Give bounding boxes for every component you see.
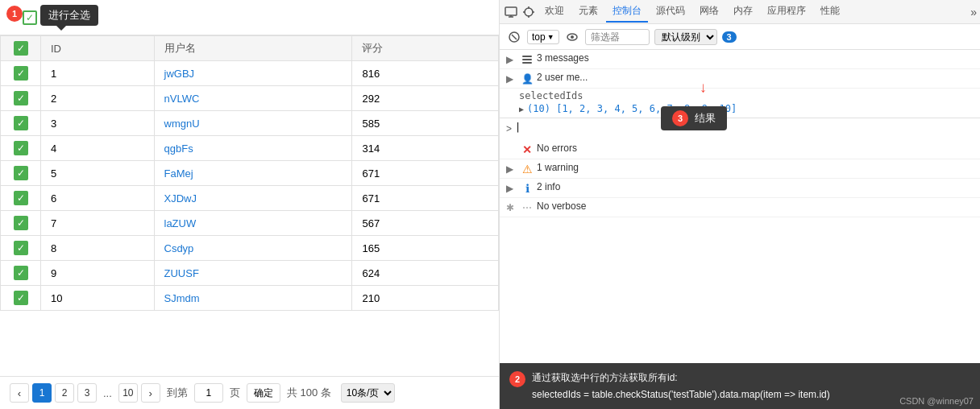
error-icon: ✕ (521, 143, 534, 156)
red-arrow-indicator: ↑ (700, 81, 707, 97)
row-checkbox[interactable]: ✓ (1, 161, 41, 186)
row-checkbox[interactable]: ✓ (1, 261, 41, 286)
console-row-warning[interactable]: ▶ ⚠ 1 warning (500, 159, 980, 179)
log-level-select[interactable]: 默认级别 (654, 29, 717, 45)
warning-icon: ⚠ (521, 163, 534, 176)
tab-performance[interactable]: 性能 (814, 1, 846, 23)
goto-input[interactable] (194, 383, 223, 403)
checkbox-checked[interactable]: ✓ (14, 166, 28, 180)
console-cursor[interactable]: | (515, 122, 521, 133)
filter-input[interactable] (585, 29, 650, 45)
console-row-info[interactable]: ▶ ℹ 2 info (500, 179, 980, 198)
table-row[interactable]: ✓ 1 jwGBJ 816 (1, 61, 499, 86)
ids-expand-arrow[interactable]: ▶ (519, 105, 524, 114)
expand-messages-icon[interactable]: ▶ (506, 54, 517, 65)
step2-circle: 2 (509, 371, 525, 387)
svg-rect-12 (522, 56, 532, 57)
context-selector-button[interactable]: top ▼ (527, 30, 559, 44)
tab-welcome[interactable]: 欢迎 (538, 1, 571, 23)
row-checkbox[interactable]: ✓ (1, 111, 41, 136)
cell-username: Csdyp (154, 236, 352, 261)
cell-id: 7 (41, 211, 155, 236)
context-label: top (532, 31, 546, 43)
page-btn-3[interactable]: 3 (77, 383, 97, 403)
page-btn-10[interactable]: 10 (118, 383, 138, 403)
table-row[interactable]: ✓ 3 wmgnU 585 (1, 111, 499, 136)
checkbox-checked[interactable]: ✓ (14, 216, 28, 230)
svg-rect-0 (505, 7, 517, 15)
cell-username: wmgnU (154, 111, 352, 136)
messages-text: 3 messages (537, 52, 974, 64)
table-row[interactable]: ✓ 10 SJmdm 210 (1, 286, 499, 311)
device-icon[interactable] (503, 4, 519, 20)
info-text: 2 info (537, 181, 974, 192)
row-checkbox[interactable]: ✓ (1, 186, 41, 211)
row-checkbox[interactable]: ✓ (1, 211, 41, 236)
console-row-verbose[interactable]: ✱ ⋯ No verbose (500, 198, 980, 217)
next-page-button[interactable]: › (141, 383, 160, 403)
left-panel: 1 进行全选 ✓ ✓ ID 用户名 评分 (0, 0, 500, 409)
col-header-checkbox: ✓ (1, 36, 41, 61)
table-row[interactable]: ✓ 7 laZUW 567 (1, 211, 499, 236)
selected-ids-expand[interactable]: ▶ (10) [1, 2, 3, 4, 5, 6, 7, 8, 9, 10] (519, 101, 974, 116)
checkbox-checked[interactable]: ✓ (14, 91, 28, 105)
page-btn-1[interactable]: 1 (32, 383, 52, 403)
tab-sources[interactable]: 源代码 (650, 1, 691, 23)
checkbox-checked[interactable]: ✓ (14, 141, 28, 155)
checkbox-checked[interactable]: ✓ (14, 241, 28, 255)
expand-user-icon[interactable]: ▶ (506, 73, 517, 85)
tab-console[interactable]: 控制台 (606, 1, 648, 23)
log-count-badge: 3 (722, 31, 737, 43)
cell-id: 10 (41, 286, 155, 311)
table-row[interactable]: ✓ 6 XJDwJ 671 (1, 186, 499, 211)
user-messages-text: 2 user me... (537, 72, 974, 83)
console-row-errors[interactable]: ▶ ✕ No errors (500, 140, 980, 159)
expand-verbose-icon: ✱ (506, 202, 517, 213)
tab-application[interactable]: 应用程序 (761, 1, 812, 23)
clear-console-icon[interactable] (506, 29, 522, 45)
prev-page-button[interactable]: ‹ (10, 383, 29, 403)
checkbox-checked[interactable]: ✓ (14, 191, 28, 205)
no-errors-text: No errors (537, 143, 974, 154)
cell-id: 5 (41, 161, 155, 186)
header-checkbox[interactable]: ✓ (14, 41, 28, 56)
cell-username: FaMej (154, 161, 352, 186)
checkbox-checked[interactable]: ✓ (14, 266, 28, 280)
row-checkbox[interactable]: ✓ (1, 236, 41, 261)
checkbox-checked[interactable]: ✓ (14, 66, 28, 81)
checkbox-checked[interactable]: ✓ (14, 116, 28, 130)
context-dropdown-icon: ▼ (547, 33, 554, 41)
table-row[interactable]: ✓ 2 nVLWC 292 (1, 86, 499, 111)
cell-score: 292 (352, 86, 499, 111)
expand-warning-icon[interactable]: ▶ (506, 163, 517, 175)
cell-score: 671 (352, 186, 499, 211)
eye-icon[interactable] (564, 29, 580, 45)
per-page-select[interactable]: 10条/页 20条/页 50条/页 (341, 383, 395, 403)
tab-memory[interactable]: 内存 (727, 1, 759, 23)
tab-network[interactable]: 网络 (693, 1, 725, 23)
more-tabs-button[interactable]: » (970, 6, 977, 19)
cell-id: 9 (41, 261, 155, 286)
table-row[interactable]: ✓ 4 qgbFs 314 (1, 136, 499, 161)
select-all-checkbox[interactable]: ✓ (23, 10, 37, 25)
row-checkbox[interactable]: ✓ (1, 61, 41, 86)
cell-username: SJmdm (154, 286, 352, 311)
console-row-messages[interactable]: ▶ 3 messages (500, 50, 980, 69)
row-checkbox[interactable]: ✓ (1, 86, 41, 111)
table-row[interactable]: ✓ 8 Csdyp 165 (1, 236, 499, 261)
tab-elements[interactable]: 元素 (572, 1, 604, 23)
console-row-user[interactable]: ▶ 👤 2 user me... (500, 69, 980, 89)
page-btn-2[interactable]: 2 (55, 383, 74, 403)
expand-info-icon[interactable]: ▶ (506, 183, 517, 194)
table-row[interactable]: ✓ 5 FaMej 671 (1, 161, 499, 186)
row-checkbox[interactable]: ✓ (1, 136, 41, 161)
inspect-icon[interactable] (521, 4, 537, 20)
tooltip2-content: 通过获取选中行的方法获取所有id: selectedIds = table.ch… (532, 370, 830, 403)
goto-confirm-button[interactable]: 确定 (247, 383, 280, 403)
col-header-id: ID (41, 36, 155, 61)
table-row[interactable]: ✓ 9 ZUUSF 624 (1, 261, 499, 286)
row-checkbox[interactable]: ✓ (1, 286, 41, 311)
verbose-icon: ⋯ (521, 201, 534, 214)
checkbox-checked[interactable]: ✓ (14, 291, 28, 305)
right-panel: 欢迎 元素 控制台 源代码 网络 内存 应用程序 性能 » (500, 0, 980, 409)
